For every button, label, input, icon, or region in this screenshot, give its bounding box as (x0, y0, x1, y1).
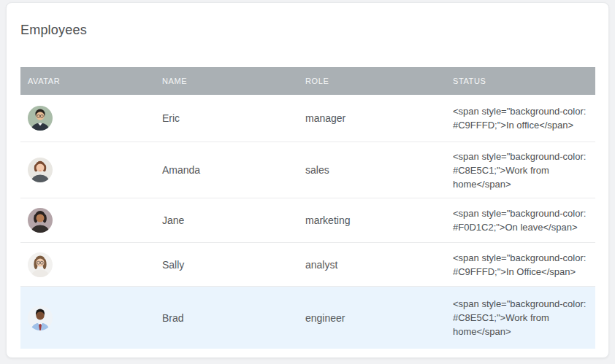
employee-status: <span style="background-color: #C8E5C1;"… (446, 150, 595, 191)
avatar-photo-icon (28, 306, 53, 330)
avatar-photo-icon (28, 158, 53, 182)
employee-name: Brad (155, 312, 298, 324)
page-title: Employees (20, 22, 595, 38)
employees-table: AVATAR NAME ROLE STATUS (20, 67, 595, 349)
avatar (28, 306, 53, 330)
avatar-photo-icon (28, 252, 53, 277)
employee-name: Eric (155, 112, 298, 124)
table-header: AVATAR NAME ROLE STATUS (20, 67, 595, 95)
header-cell-status: STATUS (446, 77, 595, 85)
employee-status: <span style="background-color: #F0D1C2;"… (446, 206, 595, 234)
employee-role: manager (298, 112, 446, 124)
employee-name: Sally (155, 259, 298, 271)
table-row[interactable]: Eric manager <span style="background-col… (20, 95, 595, 142)
employee-status: <span style="background-color: #C9FFFD;"… (446, 251, 595, 279)
avatar (28, 106, 53, 131)
avatar (28, 158, 53, 182)
header-cell-avatar: AVATAR (20, 77, 155, 85)
avatar-photo-icon (28, 208, 53, 233)
table-row[interactable]: Amanda sales <span style="background-col… (20, 142, 595, 198)
avatar (28, 252, 53, 277)
header-cell-role: ROLE (298, 77, 446, 85)
table-row[interactable]: Sally analyst <span style="background-co… (20, 243, 595, 287)
header-cell-name: NAME (155, 77, 298, 85)
employee-role: analyst (298, 259, 446, 271)
employee-name: Jane (155, 214, 298, 226)
avatar-photo-icon (28, 106, 53, 131)
employee-role: sales (298, 164, 446, 176)
employee-role: engineer (298, 312, 446, 324)
employee-status: <span style="background-color: #C8E5C1;"… (446, 297, 595, 338)
employee-name: Amanda (155, 164, 298, 176)
table-row[interactable]: Brad engineer <span style="background-co… (20, 287, 595, 349)
employees-card: Employees AVATAR NAME ROLE STATUS (6, 2, 609, 358)
employee-role: marketing (298, 214, 446, 226)
table-row[interactable]: Jane marketing <span style="background-c… (20, 198, 595, 243)
avatar (28, 208, 53, 233)
employee-status: <span style="background-color: #C9FFFD;"… (446, 104, 595, 132)
